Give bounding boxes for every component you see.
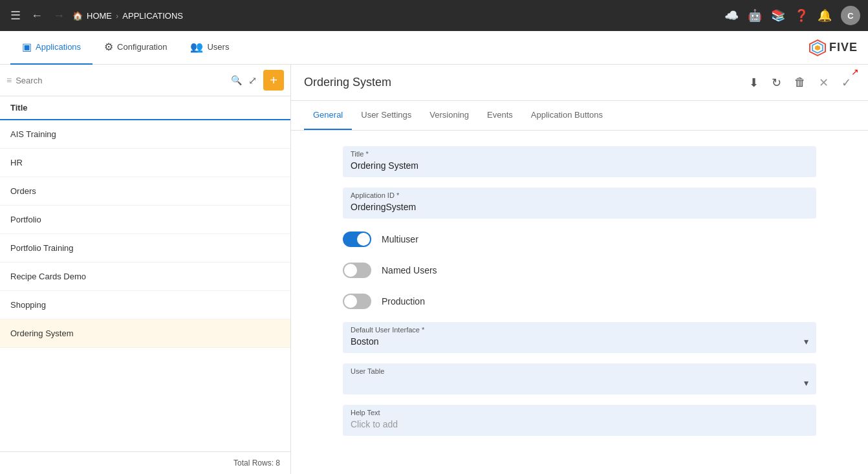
production-label: Production bbox=[382, 296, 425, 307]
user-table-value: ▾ bbox=[351, 378, 808, 388]
tab-general[interactable]: General bbox=[304, 101, 352, 130]
named-users-toggle-row: Named Users bbox=[343, 260, 816, 281]
help-text-label: Help Text bbox=[351, 409, 808, 416]
list-item[interactable]: Portfolio bbox=[0, 206, 290, 234]
detail-form: Title * Ordering System Application ID *… bbox=[291, 131, 868, 474]
sub-nav-configuration-label: Configuration bbox=[117, 42, 167, 52]
production-toggle-knob bbox=[344, 295, 357, 308]
list-item[interactable]: Portfolio Training bbox=[0, 234, 290, 263]
home-icon: 🏠 bbox=[72, 11, 83, 21]
list-item-active[interactable]: Ordering System bbox=[0, 319, 290, 348]
configuration-icon: ⚙ bbox=[104, 41, 113, 53]
sidebar: ≡ 🔍 ⤢ + Title AIS Training HR Orders Por… bbox=[0, 65, 291, 474]
search-input[interactable] bbox=[16, 76, 227, 85]
multiuser-toggle-row: Multiuser bbox=[343, 229, 816, 250]
home-label[interactable]: HOME bbox=[87, 11, 112, 21]
application-id-value: OrderingSystem bbox=[351, 202, 808, 212]
named-users-toggle-knob bbox=[344, 264, 357, 277]
sub-nav-users-label: Users bbox=[207, 42, 229, 52]
default-ui-selected: Boston bbox=[351, 336, 379, 347]
total-rows-label: Total Rows: 8 bbox=[233, 458, 280, 468]
sub-nav: ▣ Applications ⚙ Configuration 👥 Users F… bbox=[0, 31, 868, 65]
app-label: APPLICATIONS bbox=[122, 11, 183, 21]
production-toggle[interactable] bbox=[343, 294, 371, 309]
avatar[interactable]: C bbox=[841, 6, 860, 25]
top-nav: ☰ ← → 🏠 HOME › APPLICATIONS ☁️ 🤖 📚 ❓ 🔔 C bbox=[0, 0, 868, 31]
sidebar-title-header: Title bbox=[10, 103, 28, 113]
user-table-label: User Table bbox=[351, 367, 808, 375]
title-field[interactable]: Title * Ordering System bbox=[343, 146, 816, 177]
cloud-icon[interactable]: ☁️ bbox=[724, 8, 739, 23]
sidebar-footer: Total Rows: 8 bbox=[0, 451, 290, 474]
default-ui-arrow: ▾ bbox=[804, 336, 808, 347]
five-logo-text: FIVE bbox=[829, 41, 858, 54]
save-arrow-indicator: ↗ bbox=[851, 67, 859, 77]
top-nav-right: ☁️ 🤖 📚 ❓ 🔔 C bbox=[724, 6, 860, 25]
sidebar-column-header: Title bbox=[0, 96, 290, 120]
title-field-value: Ordering System bbox=[351, 160, 808, 171]
sub-nav-applications[interactable]: ▣ Applications bbox=[10, 31, 92, 65]
list-item[interactable]: AIS Training bbox=[0, 120, 290, 149]
forward-icon[interactable]: → bbox=[50, 6, 67, 25]
applications-icon: ▣ bbox=[22, 41, 32, 53]
expand-icon[interactable]: ⤢ bbox=[246, 72, 259, 89]
list-item[interactable]: HR bbox=[0, 149, 290, 177]
default-ui-label: Default User Interface * bbox=[351, 326, 808, 334]
tab-events[interactable]: Events bbox=[478, 101, 522, 130]
list-item[interactable]: Recipe Cards Demo bbox=[0, 263, 290, 291]
add-button[interactable]: + bbox=[263, 70, 284, 91]
detail-title: Ordering System bbox=[304, 76, 745, 89]
help-text-value: Click to add bbox=[351, 419, 808, 429]
named-users-label: Named Users bbox=[382, 265, 437, 275]
multiuser-toggle-knob bbox=[357, 233, 370, 246]
multiuser-toggle[interactable] bbox=[343, 232, 371, 247]
filter-icon: ≡ bbox=[6, 75, 12, 85]
named-users-toggle[interactable] bbox=[343, 263, 371, 278]
detail-header: Ordering System ⬇ ↻ 🗑 ✕ ✓ ↗ bbox=[291, 65, 868, 101]
svg-marker-2 bbox=[815, 45, 820, 50]
menu-icon[interactable]: ☰ bbox=[8, 6, 23, 25]
save-button[interactable]: ✓ ↗ bbox=[838, 72, 855, 94]
user-table-field[interactable]: User Table ▾ bbox=[343, 363, 816, 394]
main-content: ≡ 🔍 ⤢ + Title AIS Training HR Orders Por… bbox=[0, 65, 868, 474]
application-id-field[interactable]: Application ID * OrderingSystem bbox=[343, 188, 816, 219]
sub-nav-users[interactable]: 👥 Users bbox=[179, 31, 241, 65]
five-logo-icon bbox=[808, 39, 827, 57]
tab-versioning[interactable]: Versioning bbox=[420, 101, 478, 130]
sub-nav-configuration[interactable]: ⚙ Configuration bbox=[92, 31, 179, 65]
detail-panel: Ordering System ⬇ ↻ 🗑 ✕ ✓ ↗ General User… bbox=[291, 65, 868, 474]
breadcrumb-separator: › bbox=[116, 11, 118, 21]
restore-button[interactable]: ↻ bbox=[768, 72, 785, 94]
tab-user-settings[interactable]: User Settings bbox=[352, 101, 420, 130]
close-button[interactable]: ✕ bbox=[815, 72, 832, 94]
tab-application-buttons[interactable]: Application Buttons bbox=[522, 101, 612, 130]
sidebar-list: AIS Training HR Orders Portfolio Portfol… bbox=[0, 120, 290, 451]
list-item[interactable]: Orders bbox=[0, 177, 290, 206]
five-logo: FIVE bbox=[808, 39, 858, 57]
detail-actions: ⬇ ↻ 🗑 ✕ ✓ ↗ bbox=[745, 72, 855, 94]
help-text-field[interactable]: Help Text Click to add bbox=[343, 405, 816, 436]
download-button[interactable]: ⬇ bbox=[745, 72, 763, 94]
list-item[interactable]: Shopping bbox=[0, 291, 290, 319]
detail-tabs: General User Settings Versioning Events … bbox=[291, 101, 868, 131]
default-ui-value: Boston ▾ bbox=[351, 336, 808, 347]
multiuser-label: Multiuser bbox=[382, 234, 418, 244]
back-icon[interactable]: ← bbox=[28, 6, 45, 25]
users-icon: 👥 bbox=[190, 41, 203, 53]
application-id-label: Application ID * bbox=[351, 191, 808, 199]
sidebar-search-bar: ≡ 🔍 ⤢ + bbox=[0, 65, 290, 96]
title-field-label: Title * bbox=[351, 150, 808, 158]
breadcrumb: 🏠 HOME › APPLICATIONS bbox=[72, 11, 183, 21]
search-icon: 🔍 bbox=[231, 75, 242, 85]
default-ui-field[interactable]: Default User Interface * Boston ▾ bbox=[343, 322, 816, 353]
robot-icon[interactable]: 🤖 bbox=[748, 8, 762, 23]
sub-nav-applications-label: Applications bbox=[36, 42, 81, 52]
delete-button[interactable]: 🗑 bbox=[790, 72, 810, 93]
bell-icon[interactable]: 🔔 bbox=[818, 8, 832, 23]
production-toggle-row: Production bbox=[343, 291, 816, 312]
user-table-arrow: ▾ bbox=[804, 378, 808, 388]
books-icon[interactable]: 📚 bbox=[771, 8, 785, 23]
help-icon[interactable]: ❓ bbox=[794, 8, 808, 23]
